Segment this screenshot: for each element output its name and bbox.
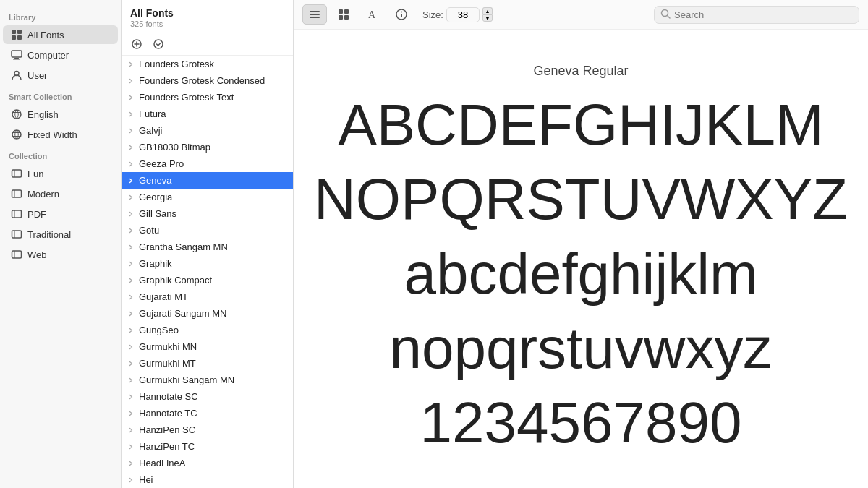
font-list-item[interactable]: Graphik Compact [122, 272, 293, 288]
chevron-right-icon [126, 126, 136, 136]
font-item-name: Galvji [137, 125, 287, 136]
preview-lowercase: abcdefghijklm [404, 242, 757, 306]
svg-rect-24 [310, 11, 320, 12]
size-input[interactable] [446, 7, 480, 22]
info-button[interactable] [389, 4, 414, 25]
font-list-item[interactable]: Gotu [122, 222, 293, 239]
svg-rect-25 [310, 14, 320, 15]
font-list-header: All Fonts 325 fonts [122, 0, 293, 33]
font-list-item[interactable]: HeadLineA [122, 455, 293, 471]
search-box[interactable] [654, 6, 859, 24]
sidebar-item-user[interactable]: User [3, 66, 118, 85]
font-item-name: Hei [137, 474, 287, 485]
enable-font-button[interactable] [149, 36, 168, 52]
chevron-right-icon [126, 192, 136, 202]
font-list-item[interactable]: Hannotate SC [122, 388, 293, 405]
text-preview-button[interactable]: A [360, 4, 385, 25]
font-list-item[interactable]: HanziPen TC [122, 438, 293, 455]
size-control: Size: ▲ ▼ [422, 7, 493, 22]
sidebar-item-all-fonts[interactable]: All Fonts [3, 25, 118, 44]
font-list-item[interactable]: Geeza Pro [122, 155, 293, 172]
font-list-item[interactable]: Hei [122, 471, 293, 488]
font-list-item[interactable]: GungSeo [122, 322, 293, 338]
sidebar-item-pdf[interactable]: PDF [3, 205, 118, 223]
svg-rect-5 [14, 58, 19, 59]
svg-rect-29 [339, 15, 343, 20]
font-list-toolbar [122, 33, 293, 56]
font-list-item[interactable]: Futura [122, 106, 293, 122]
font-display-name: Geneva Regular [533, 64, 628, 79]
search-input[interactable] [674, 9, 853, 20]
svg-text:A: A [368, 9, 376, 20]
font-list-item[interactable]: Grantha Sangam MN [122, 239, 293, 255]
traditional-icon [10, 228, 23, 241]
font-item-name: HanziPen TC [137, 441, 287, 452]
font-list-item[interactable]: Georgia [122, 189, 293, 205]
font-item-name: Gurmukhi Sangam MN [137, 374, 287, 385]
grid-view-button[interactable] [331, 4, 356, 25]
chevron-right-icon [126, 226, 136, 236]
sidebar-item-web[interactable]: Web [3, 245, 118, 264]
font-list-item[interactable]: Gujarati Sangam MN [122, 305, 293, 322]
font-list-item[interactable]: Graphik [122, 255, 293, 272]
chevron-right-icon [126, 425, 136, 435]
font-list-item[interactable]: Gurmukhi MN [122, 338, 293, 355]
font-list-item[interactable]: HanziPen SC [122, 421, 293, 438]
font-list-scroll[interactable]: Founders GroteskFounders Grotesk Condens… [122, 56, 293, 488]
sidebar-item-fun[interactable]: Fun [3, 164, 118, 183]
font-item-name: Gujarati MT [137, 291, 287, 302]
sidebar-item-computer[interactable]: Computer [3, 46, 118, 64]
sidebar-item-modern[interactable]: Modern [3, 184, 118, 203]
font-item-name: Gill Sans [137, 208, 287, 219]
grid-icon [10, 28, 23, 41]
sidebar-item-fixed-width[interactable]: Fixed Width [3, 125, 118, 144]
chevron-right-icon [126, 408, 136, 419]
add-font-button[interactable] [127, 36, 146, 52]
font-list-item[interactable]: Gurmukhi Sangam MN [122, 372, 293, 388]
user-label: User [27, 70, 47, 81]
font-item-name: HeadLineA [137, 458, 287, 468]
list-view-button[interactable] [302, 4, 327, 25]
font-item-name: Grantha Sangam MN [137, 241, 287, 252]
font-list-item[interactable]: Hannotate TC [122, 405, 293, 421]
chevron-right-icon [126, 475, 136, 485]
sidebar-item-traditional[interactable]: Traditional [3, 225, 118, 244]
font-item-name: Graphik [137, 258, 287, 269]
font-item-name: Gujarati Sangam MN [137, 308, 287, 319]
font-list-item[interactable]: Galvji [122, 122, 293, 139]
font-list-item[interactable]: Gujarati MT [122, 288, 293, 305]
chevron-right-icon [126, 325, 136, 335]
chevron-right-icon [126, 142, 136, 153]
svg-rect-4 [12, 51, 22, 57]
computer-label: Computer [27, 50, 69, 61]
svg-rect-28 [344, 9, 349, 14]
chevron-right-icon [126, 442, 136, 452]
svg-rect-12 [12, 190, 22, 197]
library-section-header: Library [0, 6, 121, 25]
font-list-item[interactable]: Founders Grotesk Text [122, 89, 293, 106]
font-list-item[interactable]: Geneva [122, 172, 293, 189]
svg-rect-14 [12, 210, 22, 218]
svg-rect-6 [13, 59, 20, 60]
font-list-item[interactable]: Founders Grotesk Condensed [122, 72, 293, 89]
font-list-item[interactable]: Founders Grotesk [122, 56, 293, 72]
preview-uppercase2: NOPQRSTUVWXYZ [314, 168, 848, 231]
svg-rect-3 [17, 35, 22, 40]
sidebar-item-english[interactable]: English [3, 105, 118, 124]
fixed-width-label: Fixed Width [27, 129, 77, 140]
font-item-name: Founders Grotesk Condensed [137, 75, 287, 86]
size-down-button[interactable]: ▼ [482, 14, 493, 22]
font-item-name: Futura [137, 108, 287, 119]
size-up-button[interactable]: ▲ [482, 7, 493, 14]
svg-rect-0 [12, 30, 16, 34]
collection-header: Collection [0, 145, 121, 163]
chevron-right-icon [126, 392, 136, 402]
font-list-item[interactable]: GB18030 Bitmap [122, 139, 293, 155]
chevron-right-icon [126, 176, 136, 186]
font-list-title: All Fonts [130, 7, 284, 19]
computer-icon [10, 48, 23, 61]
font-list-item[interactable]: Gurmukhi MT [122, 355, 293, 372]
chevron-right-icon [126, 209, 136, 219]
font-list-item[interactable]: Gill Sans [122, 205, 293, 222]
chevron-right-icon [126, 275, 136, 286]
